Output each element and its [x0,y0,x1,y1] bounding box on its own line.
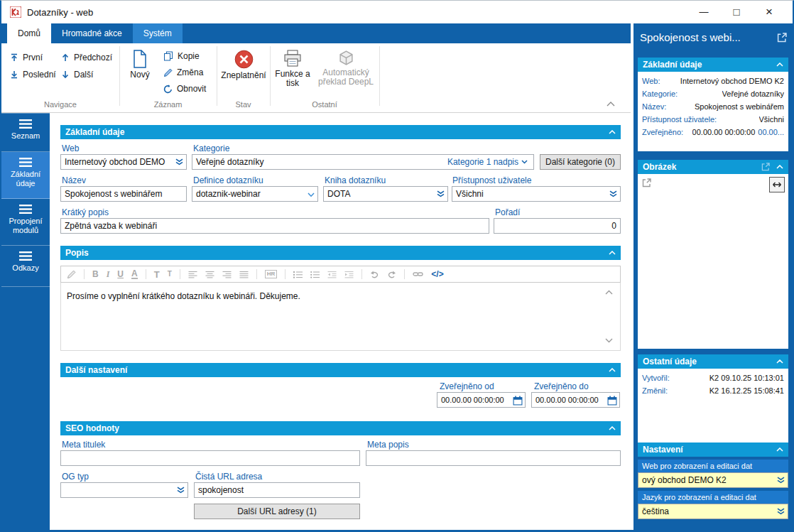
nav-first-button[interactable]: První [10,50,43,65]
sidebar-item-propojeni-modulu[interactable]: Propojení modulů [1,199,50,246]
table-row: Název: Spokojenost s webinářem [638,99,788,112]
sidebar-item-zakladni-udaje[interactable]: Základní údaje [1,152,50,199]
display-web-combo[interactable]: ový obchod DEMO K2 [638,472,788,488]
table-row: Změnil: K2 16.12.25 15:08:41 [638,384,788,396]
undo-icon[interactable] [370,271,379,278]
more-categories-button[interactable]: Další kategorie (0) [540,154,621,170]
more-urls-button[interactable]: Další URL adresy (1) [194,504,360,519]
meta-titulek-input[interactable] [60,450,360,466]
preview-section-header-ostatni-udaje[interactable]: Ostatní údaje [638,354,788,369]
display-web-label: Web pro zobrazení a editaci dat [638,460,788,472]
align-justify-icon[interactable] [239,271,249,278]
deepl-translate-button[interactable]: Automatický překlad DeepL [315,48,376,87]
horizontal-rule-button[interactable]: HR [265,270,278,278]
sidebar-item-odkazy[interactable]: Odkazy [1,246,50,287]
font-smaller-button[interactable]: T [168,271,172,278]
section-header-dalsi-nastaveni[interactable]: Další nastavení [60,363,621,377]
link-icon[interactable] [413,271,423,278]
nav-previous-button[interactable]: Předchozí [61,50,112,65]
zverejneno-od-input[interactable]: 00.00.00 00:00:00 [437,392,526,408]
editor-content[interactable]: Prosíme o vyplnění krátkého dotazníku k … [67,291,300,301]
fit-width-button[interactable] [769,177,785,192]
nazev-input[interactable]: Spokojenost s webinářem [60,186,187,202]
pencil-icon [163,68,173,77]
group-separator [379,46,380,106]
kniha-dotazniku-combo[interactable]: DOTA [323,186,448,202]
collapse-ribbon-icon[interactable] [607,102,615,107]
display-language-label: Jazyk pro zobrazení a editaci dat [638,491,788,504]
refresh-button[interactable]: Obnovit [163,82,206,96]
table-row: Web: Internetový obchod DEMO K2 [638,74,788,87]
meta-popis-input[interactable] [366,450,621,466]
maximize-button[interactable]: □ [720,1,753,23]
printer-icon [283,50,302,67]
description-editor[interactable]: Prosíme o vyplnění krátkého dotazníku k … [60,283,621,351]
functions-print-button[interactable]: Funkce a tisk [273,48,312,88]
cista-url-input[interactable]: spokojenost [194,482,360,498]
font-color-button[interactable]: A [131,269,138,279]
chevron-up-icon [776,165,783,169]
preview-image-box [638,174,788,349]
field-label-meta-titulek: Meta titulek [62,440,105,450]
menu-icon [19,119,32,129]
invalidate-button[interactable]: Zneplatnění [219,48,268,80]
indent-icon[interactable] [344,271,354,278]
open-in-new-icon[interactable] [777,33,787,43]
preview-section-header-obrazek[interactable]: Obrázek [638,160,788,174]
align-right-icon[interactable] [222,271,232,278]
definice-dotazniku-combo[interactable]: dotaznik-webinar [192,186,318,202]
scroll-up-icon[interactable] [605,290,613,295]
display-language-combo[interactable]: čeština [638,504,788,519]
chevron-up-icon [609,368,616,372]
preview-section-header-zakladni-udaje[interactable]: Základní údaje [638,58,788,72]
category-heading-link[interactable]: Kategorie 1 nadpis [447,155,528,169]
unordered-list-icon[interactable] [310,271,320,278]
minimize-button[interactable]: — [687,1,720,23]
field-label-nazev: Název [62,176,86,185]
group-label-navigace: Navigace [1,100,119,109]
arrow-down-bar-icon [10,70,18,79]
scroll-down-icon[interactable] [605,338,613,343]
popout-icon[interactable] [761,163,770,171]
tab-domu[interactable]: Domů [7,23,51,43]
nav-last-button[interactable]: Poslední [10,67,56,82]
bold-button[interactable]: B [92,270,99,278]
toolbar-separator [146,269,146,279]
field-label-zverejneno-do: Zveřejněno do [534,382,589,391]
align-left-icon[interactable] [188,271,197,278]
calendar-icon[interactable] [513,396,523,406]
preview-section-header-nastaveni[interactable]: Nastavení [638,443,788,457]
code-view-button[interactable]: </> [431,270,443,278]
section-header-popis[interactable]: Popis [60,246,621,260]
section-header-seo-hodnoty[interactable]: SEO hodnoty [60,421,621,435]
outdent-icon[interactable] [327,271,337,278]
calendar-icon[interactable] [607,396,617,406]
tab-hromadne-akce[interactable]: Hromadné akce [51,23,133,43]
copy-button[interactable]: Kopie [163,49,200,63]
kratky-popis-input[interactable]: Zpětná vazba k webináři [60,218,489,234]
new-document-icon [133,50,147,68]
nav-next-button[interactable]: Další [61,67,93,82]
align-center-icon[interactable] [205,271,214,278]
zverejneno-do-input[interactable]: 00.00.00 00:00:00 [531,392,620,408]
close-button[interactable]: × [753,1,785,23]
new-record-button[interactable]: Nový [124,48,156,80]
redo-icon[interactable] [387,271,396,278]
edit-pencil-icon[interactable] [67,270,76,279]
italic-button[interactable]: I [107,270,110,278]
poradi-input[interactable]: 0 [494,218,621,234]
group-label-ostatni: Ostatní [270,100,379,109]
toolbar-separator [285,269,285,279]
font-bigger-button[interactable]: T [154,270,160,279]
og-typ-combo[interactable] [60,482,188,498]
open-image-icon[interactable] [642,178,651,188]
underline-button[interactable]: U [117,270,124,278]
tab-system[interactable]: Systém [133,23,183,43]
section-header-zakladni-udaje[interactable]: Základní údaje [60,125,621,139]
sidebar-item-seznam[interactable]: Seznam [1,113,50,152]
kategorie-combo[interactable]: Veřejné dotazníky Kategorie 1 nadpis [192,154,534,170]
ordered-list-icon[interactable] [293,271,303,278]
change-button[interactable]: Změna [163,65,203,80]
web-combo[interactable]: Internetový obchod DEMO [60,154,187,170]
pristupnost-combo[interactable]: Všichni [452,186,621,202]
